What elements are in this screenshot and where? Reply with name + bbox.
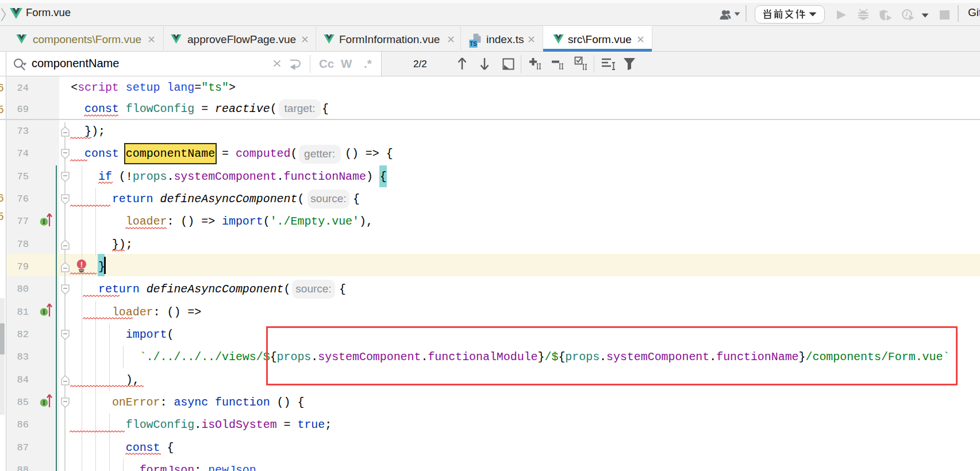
- svg-text:I: I: [43, 308, 45, 315]
- svg-text:TS: TS: [470, 41, 477, 47]
- svg-text:I: I: [43, 218, 45, 225]
- svg-text:I: I: [43, 399, 45, 406]
- svg-text:!: !: [80, 260, 83, 269]
